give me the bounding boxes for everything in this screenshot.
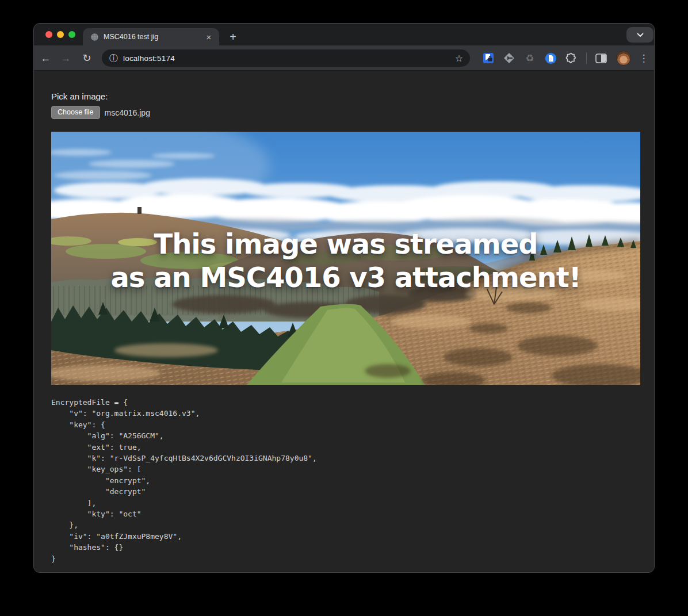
three-dots-icon: ⋮ [639, 52, 649, 64]
address-bar[interactable]: ⓘ localhost:5174 ☆ [102, 49, 470, 67]
screenshot-stage: MSC4016 test jig × + ← → ↻ ⓘ localhost:5… [0, 0, 688, 616]
traffic-lights [45, 31, 75, 38]
blue-bookmark-lock-icon [483, 52, 494, 64]
tab-close-icon[interactable]: × [204, 33, 213, 41]
url-text[interactable]: localhost:5174 [123, 54, 455, 63]
encrypted-file-json: EncryptedFile = { "v": "org.matrix.msc40… [51, 397, 317, 564]
site-info-icon[interactable]: ⓘ [109, 53, 118, 64]
back-icon: ← [40, 52, 51, 64]
page-content: Pick an image: Choose file msc4016.jpg [34, 71, 654, 573]
landscape-photo: This image was streamed as an MSC4016 v3… [51, 132, 640, 385]
gray-diamond-arrow-icon [503, 52, 515, 64]
minimize-window-button[interactable] [57, 31, 64, 38]
selected-filename: msc4016.jpg [105, 108, 150, 117]
side-panel-icon [595, 53, 607, 63]
photo-caption: This image was streamed as an MSC4016 v3… [51, 227, 640, 294]
blue-document-icon [545, 52, 557, 64]
toolbar-separator [586, 52, 587, 64]
photo-caption-line1: This image was streamed [51, 227, 640, 261]
browser-tab[interactable]: MSC4016 test jig × [83, 28, 219, 45]
zoom-window-button[interactable] [68, 31, 75, 38]
extension-docs-button[interactable] [544, 51, 557, 65]
reload-button[interactable]: ↻ [80, 51, 94, 65]
browser-menu-button[interactable]: ⋮ [637, 51, 651, 65]
extension-recycle-button[interactable]: ♻ [523, 51, 537, 65]
profile-avatar[interactable] [616, 51, 631, 66]
forward-button[interactable]: → [59, 51, 72, 65]
file-input[interactable]: Choose file msc4016.jpg [51, 106, 150, 119]
tab-strip: MSC4016 test jig × + [34, 24, 654, 45]
browser-window: MSC4016 test jig × + ← → ↻ ⓘ localhost:5… [33, 23, 655, 573]
browser-toolbar: ← → ↻ ⓘ localhost:5174 ☆ [34, 45, 654, 71]
tab-title: MSC4016 test jig [104, 33, 204, 41]
photo-caption-line2: as an MSC4016 v3 attachment! [51, 261, 640, 294]
globe-favicon-icon [90, 33, 99, 41]
back-button[interactable]: ← [39, 51, 52, 65]
forward-icon: → [60, 52, 71, 64]
bookmark-star-icon[interactable]: ☆ [455, 53, 463, 64]
tab-search-button[interactable] [626, 27, 653, 43]
puzzle-piece-icon [565, 52, 577, 64]
extension-lock-button[interactable] [481, 51, 495, 65]
close-window-button[interactable] [45, 31, 52, 38]
extensions-menu-button[interactable] [564, 51, 578, 65]
pick-image-label: Pick an image: [51, 91, 108, 101]
new-tab-button[interactable]: + [224, 28, 242, 45]
extension-diamond-button[interactable] [502, 51, 516, 65]
choose-file-button[interactable]: Choose file [51, 106, 100, 119]
side-panel-button[interactable] [594, 51, 608, 65]
reload-icon: ↻ [82, 52, 91, 64]
recycle-icon: ♻ [525, 52, 534, 64]
chevron-down-icon [637, 33, 644, 37]
